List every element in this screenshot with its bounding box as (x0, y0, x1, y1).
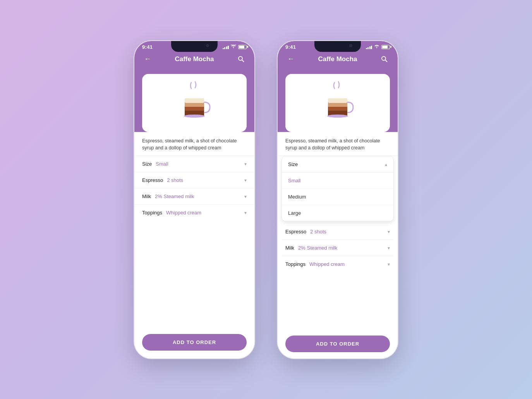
svg-rect-13 (328, 103, 347, 107)
options-area-2: Size ▴ Small Medium Large Espresso 2 sho… (278, 156, 398, 331)
add-btn-container-1: ADD TO ORDER (134, 328, 254, 358)
header-2: ← Caffe Mocha (278, 50, 398, 70)
milk-option-left-1: Milk 2% Steamed milk (142, 194, 194, 199)
hero-1 (134, 70, 254, 132)
svg-rect-4 (185, 103, 204, 107)
svg-point-8 (184, 115, 205, 118)
page-title-2: Caffe Mocha (318, 55, 357, 63)
size-dropdown-label-2: Size (288, 161, 298, 167)
add-btn-container-2: ADD TO ORDER (278, 331, 398, 358)
add-to-order-button-2[interactable]: ADD TO ORDER (285, 336, 390, 352)
svg-rect-3 (185, 98, 204, 103)
svg-point-0 (239, 57, 242, 60)
battery-icon-2 (381, 45, 390, 49)
hero-2 (278, 70, 398, 132)
size-option-small-2[interactable]: Small (282, 173, 393, 189)
toppings-value-1: Whipped cream (166, 210, 201, 216)
svg-rect-14 (328, 107, 347, 111)
toppings-label-1: Toppings (142, 210, 162, 216)
toppings-chevron-2: ▾ (388, 262, 390, 267)
espresso-value-1: 2 shots (167, 177, 183, 183)
wifi-icon-2 (374, 45, 379, 50)
size-chevron-1: ▾ (244, 161, 247, 167)
phone-2: 9:41 ← Caffe Mocha (278, 41, 398, 358)
search-button-1[interactable] (236, 54, 247, 65)
coffee-cup-2 (318, 81, 357, 127)
remaining-options-2: Espresso 2 shots ▾ Milk 2% Steamed milk … (278, 224, 398, 272)
svg-rect-5 (185, 107, 204, 111)
espresso-chevron-2: ▾ (388, 229, 390, 235)
toppings-label-2: Toppings (285, 261, 305, 267)
espresso-label-2: Espresso (285, 229, 306, 235)
notch-2 (314, 41, 361, 52)
svg-point-9 (382, 57, 386, 60)
size-value-1: Small (156, 161, 168, 167)
svg-line-10 (385, 60, 387, 62)
status-icons-2 (366, 45, 390, 50)
svg-point-17 (327, 115, 348, 118)
size-dropdown-chevron-2: ▴ (385, 162, 387, 167)
svg-rect-12 (328, 98, 347, 103)
time-2: 9:41 (285, 44, 296, 50)
toppings-option-left-1: Toppings Whipped cream (142, 210, 201, 216)
wifi-icon-1 (231, 45, 236, 50)
toppings-option-2[interactable]: Toppings Whipped cream ▾ (281, 256, 394, 272)
milk-chevron-1: ▾ (244, 194, 247, 199)
size-dropdown-2: Size ▴ Small Medium Large (281, 156, 394, 221)
toppings-left-2: Toppings Whipped cream (285, 261, 345, 267)
size-label-1: Size (142, 161, 152, 167)
size-option-left-1: Size Small (142, 161, 168, 167)
size-option-large-2[interactable]: Large (282, 205, 393, 221)
content-2: Espresso, steamed milk, a shot of chocol… (278, 132, 398, 358)
time-1: 9:41 (142, 44, 153, 50)
signal-icon-2 (366, 45, 372, 49)
description-2: Espresso, steamed milk, a shot of chocol… (278, 132, 398, 156)
milk-label-1: Milk (142, 194, 151, 199)
milk-option-1[interactable]: Milk 2% Steamed milk ▾ (134, 188, 254, 205)
phone-1: 9:41 ← Caffe Mocha (134, 41, 254, 358)
milk-label-2: Milk (285, 245, 294, 251)
camera-1 (206, 44, 209, 47)
card-2 (285, 74, 390, 132)
size-option-1[interactable]: Size Small ▾ (134, 156, 254, 172)
header-1: ← Caffe Mocha (134, 50, 254, 70)
page-title-1: Caffe Mocha (175, 55, 214, 63)
back-button-1[interactable]: ← (142, 54, 153, 65)
back-button-2[interactable]: ← (285, 54, 296, 65)
svg-line-1 (242, 60, 244, 62)
signal-icon-1 (223, 45, 229, 49)
toppings-option-1[interactable]: Toppings Whipped cream ▾ (134, 205, 254, 221)
status-icons-1 (223, 45, 247, 50)
espresso-option-2[interactable]: Espresso 2 shots ▾ (281, 224, 394, 240)
size-dropdown-header-2[interactable]: Size ▴ (282, 156, 393, 173)
battery-icon-1 (238, 45, 247, 49)
camera-2 (349, 44, 352, 47)
milk-value-1: 2% Steamed milk (155, 194, 194, 199)
notch-1 (171, 41, 218, 52)
description-1: Espresso, steamed milk, a shot of chocol… (134, 132, 254, 156)
milk-option-2[interactable]: Milk 2% Steamed milk ▾ (281, 240, 394, 256)
add-to-order-button-1[interactable]: ADD TO ORDER (142, 334, 247, 351)
coffee-cup-1 (175, 81, 214, 127)
milk-chevron-2: ▾ (388, 245, 390, 251)
espresso-label-1: Espresso (142, 177, 163, 183)
espresso-option-left-1: Espresso 2 shots (142, 177, 183, 183)
milk-left-2: Milk 2% Steamed milk (285, 245, 337, 251)
coffee-image-1 (142, 74, 247, 132)
card-1 (142, 74, 247, 132)
milk-value-2: 2% Steamed milk (298, 245, 337, 251)
toppings-value-2: Whipped cream (309, 261, 345, 267)
search-button-2[interactable] (379, 54, 390, 65)
toppings-chevron-1: ▾ (244, 210, 247, 216)
options-1: Size Small ▾ Espresso 2 shots ▾ Milk 2% … (134, 156, 254, 242)
content-1: Espresso, steamed milk, a shot of chocol… (134, 132, 254, 358)
size-option-medium-2[interactable]: Medium (282, 189, 393, 205)
espresso-chevron-1: ▾ (244, 178, 247, 183)
espresso-left-2: Espresso 2 shots (285, 229, 326, 235)
coffee-image-2 (285, 74, 390, 132)
espresso-value-2: 2 shots (310, 229, 326, 235)
espresso-option-1[interactable]: Espresso 2 shots ▾ (134, 172, 254, 188)
